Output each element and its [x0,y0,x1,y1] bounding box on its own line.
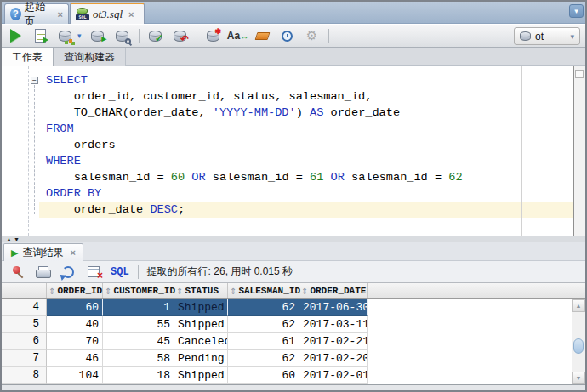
worksheet-tab-bar: 工作表 查询构建器 [2,48,585,66]
table-cell[interactable]: 60 [228,367,299,384]
tab-query-builder[interactable]: 查询构建器 [54,48,126,66]
table-row[interactable]: 67045Canceled612017-02-21 [2,333,585,350]
show-sql-button[interactable]: SQL [111,266,129,278]
column-label: STATUS [185,286,219,296]
row-number[interactable]: 7 [2,350,47,367]
cancel-fetch-button[interactable]: × [85,264,102,281]
tab-ot3-sql[interactable]: SQL ot3.sql × [70,3,145,24]
table-cell[interactable]: 2017-06-30 [299,299,368,316]
scroll-up-button[interactable]: ▲ [572,299,585,312]
table-cell[interactable]: 2017-03-11 [299,316,368,333]
explain-plan-button[interactable] [56,27,73,44]
table-row[interactable]: 4601Shipped622017-06-30 [2,299,585,316]
clock-icon [282,31,293,42]
code-line: salesman_id = 60 OR salesman_id = 61 OR … [41,169,463,185]
unshared-worksheet-button[interactable]: ✱ [205,27,222,44]
code-line: FROM [41,121,463,137]
results-grid: ⇕ORDER_ID⇕CUSTOMER_ID⇕STATUS⇕SALESMAN_ID… [2,283,585,384]
close-icon[interactable]: × [128,10,134,19]
table-cell[interactable]: 62 [228,316,299,333]
panel-splitter[interactable]: ▲ ▼ [2,236,585,242]
table-cell[interactable]: Pending [174,350,228,367]
autotrace-button[interactable]: ▸ [89,27,106,44]
overview-ruler[interactable] [573,66,585,236]
row-number[interactable]: 6 [2,333,47,350]
tab-start-page[interactable]: ? 起始页 × [4,3,69,24]
grid-body: 4601Shipped622017-06-3054055Shipped62201… [2,299,585,384]
rollback-button[interactable]: ↶ [172,27,189,44]
toolbar-separator [197,29,197,43]
scroll-down-button[interactable]: ▼ [572,372,585,384]
refresh-button[interactable] [60,264,77,281]
table-cell[interactable]: 62 [228,299,299,316]
close-icon[interactable]: × [58,10,63,19]
run-statement-button[interactable] [7,27,24,44]
table-cell[interactable]: 58 [103,350,174,367]
code-fold-toggle[interactable]: − [31,77,38,84]
change-case-button[interactable]: Aa↔ [230,27,247,44]
table-cell[interactable]: 104 [47,367,103,384]
sql-code: SELECT order_id, customer_id, status, sa… [41,72,463,218]
refresh-icon [62,266,74,278]
code-line: WHERE [41,153,463,169]
clear-button[interactable] [254,27,271,44]
explain-dropdown-icon[interactable]: ▾ [77,31,82,40]
scrollbar-thumb[interactable] [573,338,584,354]
table-cell[interactable]: 2017-02-01 [299,367,368,384]
table-cell[interactable]: 18 [103,367,174,384]
code-line: orders [41,137,463,153]
table-cell[interactable]: 40 [47,316,103,333]
table-cell[interactable]: 1 [103,299,174,316]
database-icon [59,31,71,42]
table-cell[interactable]: 61 [228,333,299,350]
tab-overflow-button[interactable]: ▾ [569,4,584,18]
connection-database-icon [520,31,531,41]
sort-icon: ⇕ [301,287,308,296]
column-header-customer_id[interactable]: ⇕CUSTOMER_ID [103,283,174,298]
column-label: SALESMAN_ID [238,286,300,296]
row-number[interactable]: 5 [2,316,47,333]
print-button[interactable] [34,264,51,281]
row-number[interactable]: 8 [2,367,47,384]
sql-tuning-button[interactable] [114,27,131,44]
table-cell[interactable]: 46 [47,350,103,367]
sql-file-icon-badge: SQL [76,14,89,20]
case-icon: Aa↔ [227,30,248,42]
sql-history-button[interactable] [279,27,296,44]
vertical-scrollbar[interactable]: ▲ ▼ [572,299,585,384]
column-header-salesman_id[interactable]: ⇕SALESMAN_ID [228,283,299,298]
table-cell[interactable]: 70 [47,333,103,350]
results-tab-bar: ▶ 查询结果 × [2,242,585,261]
pushpin-icon [11,265,24,278]
tab-label: ot3.sql [93,8,123,21]
table-cell[interactable]: Shipped [174,316,228,333]
column-header-status[interactable]: ⇕STATUS [174,283,228,298]
table-row[interactable]: 54055Shipped622017-03-11 [2,316,585,333]
column-header-order_id[interactable]: ⇕ORDER_ID [47,283,103,298]
table-cell[interactable]: 60 [47,299,103,316]
check-icon: ✓ [155,33,163,43]
chevron-down-icon: ▾ [574,7,578,15]
table-cell[interactable]: Canceled [174,333,228,350]
close-icon[interactable]: × [70,248,75,257]
table-cell[interactable]: 45 [103,333,174,350]
table-cell[interactable]: 2017-02-21 [299,333,368,350]
connection-selector[interactable]: ot ▾ [514,27,580,45]
table-row[interactable]: 74658Pending622017-02-20 [2,350,585,367]
code-line: TO_CHAR(order_date, 'YYYY-MM-DD') AS ord… [41,105,463,121]
pin-button[interactable] [9,264,26,281]
row-number[interactable]: 4 [2,299,47,316]
sql-editor[interactable]: − SELECT order_id, customer_id, status, … [2,66,585,236]
table-cell[interactable]: 55 [103,316,174,333]
table-cell[interactable]: Shipped [174,367,228,384]
table-cell[interactable]: 2017-02-20 [299,350,368,367]
tab-query-result[interactable]: ▶ 查询结果 × [3,243,83,261]
run-icon [10,29,21,43]
column-header-order_date[interactable]: ⇕ORDER_DATE [299,283,368,298]
table-row[interactable]: 810418Shipped602017-02-01 [2,367,585,384]
table-cell[interactable]: Shipped [174,299,228,316]
table-cell[interactable]: 62 [228,350,299,367]
commit-button[interactable]: ✓ [147,27,164,44]
tab-worksheet[interactable]: 工作表 [2,48,54,66]
run-script-button[interactable] [31,27,48,44]
